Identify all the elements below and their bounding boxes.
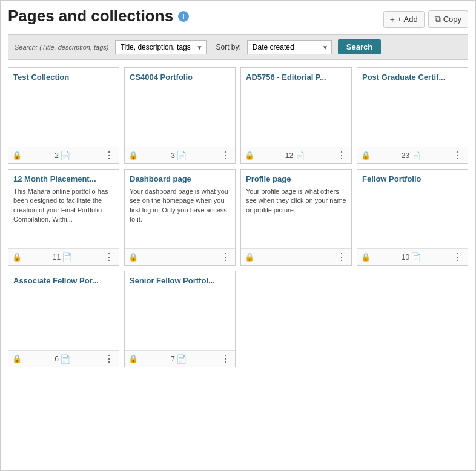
card-title: Senior Fellow Portfol... (130, 276, 230, 285)
copy-button[interactable]: ⧉ Copy (428, 10, 468, 28)
header-actions: + + Add ⧉ Copy (383, 10, 468, 28)
lock-icon: 🔒 (128, 252, 138, 262)
card-item: Test Collection🔒2 📄⋮ (8, 67, 119, 164)
more-options-icon[interactable]: ⋮ (452, 150, 464, 161)
search-button[interactable]: Search (338, 39, 381, 54)
more-options-icon[interactable]: ⋮ (219, 353, 231, 364)
more-options-icon[interactable]: ⋮ (103, 150, 115, 161)
lock-icon: 🔒 (361, 252, 371, 262)
pages-icon: 📄 (294, 151, 305, 160)
card-footer: 🔒12 📄⋮ (241, 147, 351, 163)
pages-icon: 📄 (411, 151, 421, 160)
search-bar: Search: (Title, description, tags) Title… (8, 34, 468, 60)
pages-icon: 📄 (62, 252, 72, 262)
pages-icon: 📄 (411, 252, 421, 262)
lock-icon: 🔒 (245, 252, 254, 262)
add-icon: + (390, 15, 395, 24)
card-footer: 🔒23 📄⋮ (357, 147, 468, 163)
card-title: CS4004 Portfolio (130, 73, 230, 82)
card-title: 12 Month Placement... (13, 174, 114, 183)
page-count: 7 📄 (171, 354, 187, 364)
card-body[interactable]: Fellow Portfolio (357, 170, 468, 248)
card-body[interactable]: Dashboard pageYour dashboard page is wha… (125, 170, 235, 248)
card-title: AD5756 - Editorial P... (246, 73, 346, 82)
card-footer: 🔒⋮ (125, 248, 235, 265)
card-desc: Your dashboard page is what you see on t… (130, 187, 230, 225)
pages-icon: 📄 (60, 354, 70, 364)
card-item: AD5756 - Editorial P...🔒12 📄⋮ (240, 67, 352, 164)
pages-icon: 📄 (176, 151, 187, 160)
page-count: 2 📄 (55, 151, 70, 160)
more-options-icon[interactable]: ⋮ (336, 150, 348, 161)
pages-icon: 📄 (176, 354, 187, 364)
page-title: Pages and collections i (8, 7, 189, 25)
page-count: 23 📄 (402, 151, 421, 160)
card-title: Post Graduate Certif... (362, 73, 463, 82)
search-label-group: Search: (Title, description, tags) (15, 42, 109, 51)
pages-icon: 📄 (60, 151, 70, 160)
sort-label: Sort by: (216, 43, 241, 51)
card-title: Test Collection (13, 73, 114, 82)
page-count: 11 📄 (53, 252, 72, 262)
title-text: Pages and collections (8, 7, 173, 25)
card-footer: 🔒11 📄⋮ (8, 248, 119, 265)
sort-select[interactable]: Date created Title Last modified (247, 40, 332, 54)
page-wrapper: Pages and collections i + + Add ⧉ Copy S… (0, 0, 476, 471)
card-footer: 🔒10 📄⋮ (357, 248, 468, 265)
more-options-icon[interactable]: ⋮ (103, 353, 115, 364)
info-icon[interactable]: i (178, 11, 189, 22)
lock-icon: 🔒 (128, 151, 138, 160)
page-count: 3 📄 (171, 151, 187, 160)
lock-icon: 🔒 (361, 151, 371, 160)
add-button[interactable]: + + Add (383, 11, 425, 28)
search-filter-select[interactable]: Title, description, tags (115, 40, 207, 54)
card-body[interactable]: Senior Fellow Portfol... (125, 271, 235, 350)
copy-label: Copy (443, 15, 461, 24)
card-title: Dashboard page (130, 174, 230, 183)
card-footer: 🔒6 📄⋮ (8, 350, 119, 367)
card-title: Associate Fellow Por... (13, 276, 114, 285)
search-label: Search: (Title, description, tags) (15, 43, 109, 51)
search-filter-wrapper: Title, description, tags ▼ (115, 40, 207, 54)
card-footer: 🔒⋮ (241, 248, 351, 265)
add-label: + Add (397, 15, 418, 24)
card-body[interactable]: CS4004 Portfolio (125, 68, 235, 147)
cards-grid: Test Collection🔒2 📄⋮CS4004 Portfolio🔒3 📄… (8, 67, 468, 367)
search-label-text: Search: (15, 44, 38, 51)
lock-icon: 🔒 (12, 151, 22, 160)
page-count: 6 📄 (55, 354, 70, 364)
card-body[interactable]: 12 Month Placement...This Mahara online … (8, 170, 119, 248)
page-header: Pages and collections i + + Add ⧉ Copy (8, 7, 468, 28)
card-title: Profile page (246, 174, 346, 183)
more-options-icon[interactable]: ⋮ (452, 251, 464, 263)
more-options-icon[interactable]: ⋮ (219, 251, 231, 263)
page-count: 12 📄 (285, 151, 305, 160)
more-options-icon[interactable]: ⋮ (219, 150, 231, 161)
card-item: Senior Fellow Portfol...🔒7 📄⋮ (124, 271, 236, 367)
card-item: Associate Fellow Por...🔒6 📄⋮ (8, 271, 119, 367)
lock-icon: 🔒 (12, 252, 22, 262)
card-footer: 🔒7 📄⋮ (125, 350, 235, 367)
card-body[interactable]: Post Graduate Certif... (357, 68, 468, 147)
card-body[interactable]: Associate Fellow Por... (8, 271, 119, 350)
search-hint: (Title, description, tags) (39, 44, 108, 51)
card-footer: 🔒3 📄⋮ (125, 147, 235, 163)
lock-icon: 🔒 (245, 151, 254, 160)
card-desc: Your profile page is what others see whe… (246, 187, 346, 215)
card-item: 12 Month Placement...This Mahara online … (8, 169, 119, 266)
more-options-icon[interactable]: ⋮ (336, 251, 348, 263)
card-body[interactable]: Test Collection (8, 68, 119, 147)
card-item: Profile pageYour profile page is what ot… (240, 169, 352, 266)
card-body[interactable]: AD5756 - Editorial P... (241, 68, 351, 147)
card-title: Fellow Portfolio (362, 174, 463, 183)
card-item: Post Graduate Certif...🔒23 📄⋮ (357, 67, 468, 164)
card-item: CS4004 Portfolio🔒3 📄⋮ (124, 67, 236, 164)
more-options-icon[interactable]: ⋮ (103, 251, 115, 263)
page-count: 10 📄 (402, 252, 421, 262)
copy-icon: ⧉ (435, 14, 441, 24)
card-desc: This Mahara online portfolio has been de… (13, 187, 114, 225)
card-item: Fellow Portfolio🔒10 📄⋮ (357, 169, 468, 266)
card-item: Dashboard pageYour dashboard page is wha… (124, 169, 236, 266)
lock-icon: 🔒 (128, 354, 138, 363)
card-body[interactable]: Profile pageYour profile page is what ot… (241, 170, 351, 248)
